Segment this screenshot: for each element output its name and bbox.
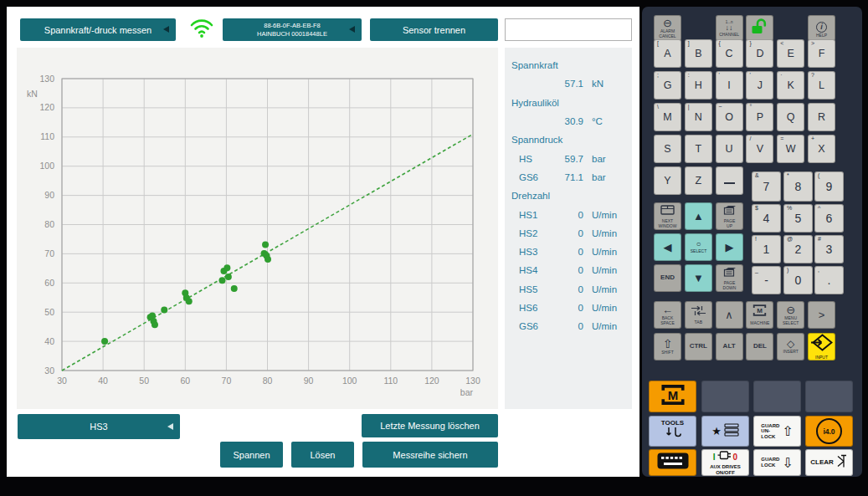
- key-softkey-blank-3[interactable]: [805, 381, 853, 412]
- key-letter-y[interactable]: Y: [654, 166, 681, 195]
- key-greater[interactable]: >: [808, 301, 835, 329]
- key-tools[interactable]: TOOLS: [649, 416, 696, 447]
- key-alarm-cancel[interactable]: ⊖ALARM CANCEL: [654, 15, 681, 41]
- key-digit-.[interactable]: ,.: [814, 266, 844, 294]
- key-digit-7[interactable]: &7: [752, 171, 781, 202]
- key-glyph: 5: [795, 212, 802, 224]
- key-letter-t[interactable]: T: [685, 135, 712, 163]
- key-cursor-left[interactable]: ◀: [654, 233, 681, 261]
- key-virtual-keyboard[interactable]: [649, 449, 696, 476]
- screenshot-frame: Spannkraft/-druck messen 88-6B-0F-AB-EB-…: [0, 0, 868, 496]
- readout-value: 0: [544, 284, 583, 294]
- device-mac: 88-6B-0F-AB-EB-F8: [264, 22, 321, 29]
- key-letter-space[interactable]: [716, 166, 743, 195]
- key-menu-select[interactable]: ⊖MENU SELECT: [777, 301, 804, 329]
- key-letter-f[interactable]: >F: [808, 39, 835, 68]
- key-del[interactable]: DEL: [746, 333, 773, 360]
- key-letter-i[interactable]: 'I: [716, 71, 743, 100]
- key-end[interactable]: END: [654, 264, 681, 292]
- key-alt[interactable]: ALT: [716, 333, 743, 360]
- key-shift[interactable]: ⇧SHIFT: [654, 333, 681, 360]
- key-cursor-up[interactable]: ▲: [685, 202, 712, 230]
- key-insert[interactable]: ◇INSERT: [777, 333, 804, 360]
- key-letter-r[interactable]: R: [808, 103, 835, 131]
- key-glyph: ←: [662, 304, 673, 315]
- key-glyph: 4: [763, 212, 770, 224]
- key-page-down[interactable]: PAGE DOWN: [716, 264, 743, 292]
- key-ctrl[interactable]: CTRL: [685, 333, 712, 360]
- key-digit--[interactable]: _-: [752, 266, 781, 294]
- key-letter-a[interactable]: [A: [654, 39, 681, 68]
- readout-unit: U/min: [583, 265, 617, 275]
- key-digit-6[interactable]: ^6: [814, 204, 844, 233]
- readout-value: 59.7: [544, 154, 583, 164]
- key-guard-lock[interactable]: GUARD LOCK⇩: [753, 449, 801, 476]
- key-letter-g[interactable]: ;G: [654, 71, 681, 100]
- key-letter-s[interactable]: S: [654, 135, 681, 163]
- key-next-window[interactable]: NEXT WINDOW: [654, 202, 681, 230]
- key-help[interactable]: iHELP: [808, 15, 835, 41]
- key-letter-e[interactable]: <E: [777, 39, 804, 68]
- svg-text:100: 100: [39, 161, 54, 171]
- key-digit-1[interactable]: !1: [752, 235, 781, 263]
- key-letter-h[interactable]: :H: [685, 71, 712, 100]
- key-letter-q[interactable]: Q: [777, 103, 804, 131]
- key-letter-k[interactable]: ·K: [777, 71, 804, 100]
- value-input[interactable]: [505, 18, 632, 41]
- key-digit-5[interactable]: %5: [783, 204, 813, 233]
- key-backspace[interactable]: ←BACK SPACE: [654, 301, 681, 329]
- key-softkey-blank-1[interactable]: [701, 381, 749, 412]
- key-digit-4[interactable]: $4: [752, 204, 781, 233]
- readout-row: HS59.7bar: [505, 149, 632, 167]
- key-glyph: U: [726, 144, 733, 155]
- key-digit-8[interactable]: *8: [783, 171, 813, 202]
- key-letter-b[interactable]: ]B: [685, 39, 712, 68]
- key-digit-9[interactable]: (9: [814, 171, 844, 202]
- key-digit-3[interactable]: #3: [814, 235, 844, 263]
- key-letter-n[interactable]: |N: [685, 103, 712, 131]
- clamp-button[interactable]: Spannen: [220, 442, 283, 468]
- readout-unit: U/min: [583, 228, 617, 238]
- key-guard-unlock[interactable]: GUARD UN- LOCK⇧: [753, 416, 801, 447]
- key-letter-z[interactable]: Z: [685, 166, 712, 195]
- key-favorites[interactable]: ★: [701, 416, 749, 447]
- key-input[interactable]: INPUT: [808, 333, 835, 360]
- key-letter-d[interactable]: }D: [746, 39, 773, 68]
- channel-dropdown[interactable]: HS3: [18, 414, 180, 439]
- key-digit-2[interactable]: @2: [783, 235, 813, 263]
- mode-dropdown[interactable]: Spannkraft/-druck messen: [20, 18, 176, 41]
- key-letter-x[interactable]: +X: [808, 135, 835, 163]
- key-cursor-down[interactable]: ▼: [685, 264, 712, 292]
- key-letter-v[interactable]: /V: [746, 135, 773, 163]
- key-aux-drives[interactable]: I0AUX DRIVES ON/OFF: [701, 449, 749, 476]
- readout-unit: bar: [583, 172, 606, 182]
- key-softkey-blank-2[interactable]: [753, 381, 801, 412]
- key-machine[interactable]: MMACHINE: [746, 301, 773, 329]
- delete-last-measurement-button[interactable]: Letzte Messung löschen: [362, 414, 498, 437]
- key-letter-m[interactable]: \M: [654, 103, 681, 131]
- key-clear[interactable]: CLEAR: [805, 449, 853, 476]
- key-letter-p[interactable]: °P: [746, 103, 773, 131]
- key-tab[interactable]: TAB: [685, 301, 712, 329]
- sensor-disconnect-button[interactable]: Sensor trennen: [370, 18, 498, 41]
- release-button[interactable]: Lösen: [291, 442, 354, 468]
- key-letter-o[interactable]: ~O: [716, 103, 743, 131]
- key-letter-w[interactable]: =W: [777, 135, 804, 163]
- key-machine-softkey[interactable]: M: [649, 381, 696, 412]
- key-i40[interactable]: i4.0: [805, 416, 853, 447]
- key-letter-u[interactable]: U: [716, 135, 743, 163]
- key-cursor-right[interactable]: ▶: [716, 233, 743, 261]
- device-dropdown[interactable]: 88-6B-0F-AB-EB-F8 HAINBUCH 00018448LE: [223, 18, 362, 41]
- key-select[interactable]: ○SELECT: [685, 233, 712, 261]
- key-glyph: -: [764, 274, 768, 286]
- key-letter-l[interactable]: ?L: [808, 71, 835, 100]
- key-key-unlock[interactable]: [746, 15, 773, 41]
- key-label: GUARD UN- LOCK: [761, 423, 779, 440]
- key-caret[interactable]: ∧: [716, 301, 743, 329]
- save-series-button[interactable]: Messreihe sichern: [362, 442, 498, 468]
- key-letter-j[interactable]: 'J: [746, 71, 773, 100]
- key-digit-0[interactable]: )0: [783, 266, 813, 294]
- key-letter-c[interactable]: {C: [716, 39, 743, 68]
- key-page-up[interactable]: PAGE UP: [716, 202, 743, 230]
- key-channel[interactable]: 1...n↓↓CHANNEL: [716, 15, 743, 41]
